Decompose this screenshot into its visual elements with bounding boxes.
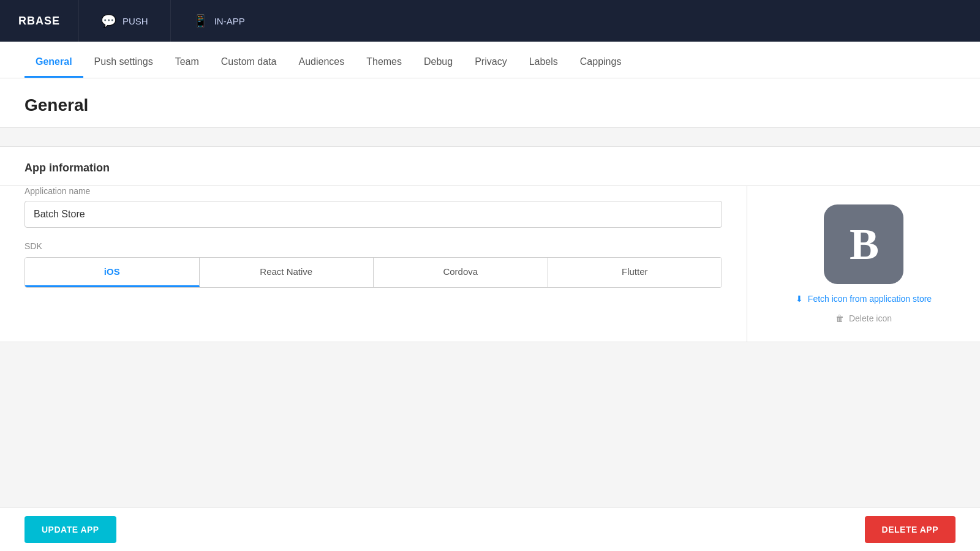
nav-push-label: PUSH	[123, 16, 148, 26]
app-name-label: Application name	[24, 186, 722, 196]
sdk-tab-flutter[interactable]: Flutter	[548, 258, 722, 287]
icon-column: B ⬇ Fetch icon from application store 🗑 …	[747, 186, 980, 342]
page-title-bar: General	[0, 78, 980, 127]
app-name-input[interactable]	[24, 201, 722, 228]
app-name-group: Application name	[24, 186, 722, 228]
app-icon: B	[824, 204, 903, 284]
sdk-tab-group: iOS React Native Cordova Flutter	[24, 257, 722, 288]
delete-icon-action[interactable]: 🗑 Delete icon	[835, 313, 892, 323]
bottom-action-bar: UPDATE APP DELETE APP	[0, 507, 980, 551]
nav-push[interactable]: 💬 PUSH	[78, 0, 170, 42]
nav-inapp-label: IN-APP	[214, 16, 245, 26]
sdk-tab-react-native[interactable]: React Native	[200, 258, 374, 287]
fetch-icon-label: Fetch icon from application store	[808, 294, 932, 304]
update-app-button[interactable]: UPDATE APP	[24, 516, 116, 543]
tab-custom-data[interactable]: Custom data	[210, 42, 288, 78]
sdk-label: SDK	[24, 241, 722, 251]
sdk-group: SDK iOS React Native Cordova Flutter	[24, 241, 722, 288]
tab-debug[interactable]: Debug	[413, 42, 464, 78]
page-title: General	[24, 96, 956, 115]
trash-icon: 🗑	[835, 313, 844, 323]
delete-app-button[interactable]: DELETE APP	[865, 516, 956, 543]
tab-themes[interactable]: Themes	[355, 42, 413, 78]
tab-bar: General Push settings Team Custom data A…	[0, 42, 980, 78]
section-title: App information	[0, 147, 980, 186]
top-nav: RBASE 💬 PUSH 📱 IN-APP	[0, 0, 980, 42]
brand-name: RBASE	[0, 15, 78, 28]
inapp-icon: 📱	[193, 13, 208, 28]
tab-audiences[interactable]: Audiences	[288, 42, 356, 78]
delete-icon-label: Delete icon	[849, 313, 892, 323]
fetch-icon-action[interactable]: ⬇ Fetch icon from application store	[796, 294, 932, 304]
form-column: Application name SDK iOS React Native Co…	[0, 186, 747, 342]
tab-general[interactable]: General	[24, 42, 83, 78]
app-info-section: App information Application name SDK iOS…	[0, 146, 980, 342]
tab-cappings[interactable]: Cappings	[569, 42, 633, 78]
tab-labels[interactable]: Labels	[518, 42, 569, 78]
tab-push-settings[interactable]: Push settings	[83, 42, 164, 78]
two-col-layout: Application name SDK iOS React Native Co…	[0, 186, 980, 342]
nav-inapp[interactable]: 📱 IN-APP	[170, 0, 267, 42]
sdk-tab-ios[interactable]: iOS	[25, 258, 200, 287]
tab-team[interactable]: Team	[164, 42, 210, 78]
tab-privacy[interactable]: Privacy	[464, 42, 518, 78]
push-icon: 💬	[101, 13, 116, 28]
download-icon: ⬇	[796, 294, 803, 304]
content-area: App information Application name SDK iOS…	[0, 128, 980, 551]
sdk-tab-cordova[interactable]: Cordova	[374, 258, 548, 287]
